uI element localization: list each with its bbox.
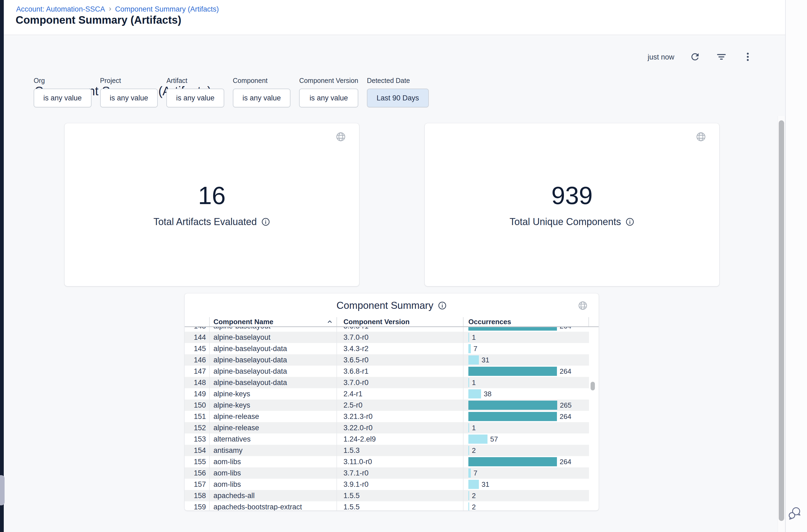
dashboard-scrollbar-thumb[interactable] [779, 120, 784, 521]
component-name-cell: alternatives [209, 434, 337, 445]
component-version-cell: 3.9.1-r0 [337, 479, 463, 490]
occurrence-value: 2 [472, 503, 476, 511]
component-version-column-header[interactable]: Component Version [337, 317, 463, 326]
filter-label: Detected Date [367, 77, 429, 84]
occurrences-column-header[interactable]: Occurrences [463, 317, 589, 326]
stat-label: Total Unique Components [510, 216, 621, 228]
component-version-cell: 1.5.5 [337, 490, 463, 501]
table-row[interactable]: 152alpine-release3.22.0-r01 [185, 422, 589, 434]
row-index: 154 [185, 445, 209, 456]
filter-bar: Org is any value Project is any value Ar… [34, 77, 429, 108]
occurrence-value: 265 [560, 401, 572, 410]
table-row[interactable]: 145alpine-baselayout-data3.4.3-r27 [185, 343, 589, 354]
table-row[interactable]: 159apacheds-bootstrap-extract1.5.52 [185, 501, 589, 511]
component-version-cell: 1.24-2.el9 [337, 434, 463, 445]
occurrence-value: 264 [560, 327, 571, 330]
table-scrollbar-thumb[interactable] [591, 382, 595, 391]
info-icon[interactable] [625, 217, 634, 226]
table-row[interactable]: 146alpine-baselayout-data3.6.5-r031 [185, 354, 589, 366]
info-icon[interactable] [261, 217, 270, 226]
occurrence-bar [468, 423, 469, 432]
occurrence-bar [468, 502, 469, 511]
component-name-column-header[interactable]: Component Name [209, 317, 337, 326]
filter-artifact-chip[interactable]: is any value [166, 89, 224, 108]
table-row[interactable]: 153alternatives1.24-2.el957 [185, 434, 589, 445]
stat-card-total-unique-components: 939 Total Unique Components [425, 123, 719, 286]
table-row[interactable]: 156aom-libs3.7.1-r07 [185, 468, 589, 479]
stat-value: 16 [198, 182, 226, 209]
occurrences-cell: 264 [463, 411, 589, 422]
app-root: Account: Automation-SSCA › Component Sum… [0, 0, 807, 532]
occurrences-cell: 2 [463, 490, 589, 501]
table-row[interactable]: 151alpine-release3.21.3-r0264 [185, 411, 589, 422]
occurrence-bar [468, 389, 481, 398]
stat-label: Total Artifacts Evaluated [153, 216, 257, 228]
table-rows: 144alpine-baselayout3.7.0-r01145alpine-b… [185, 332, 589, 511]
table-row[interactable]: 149alpine-keys2.4-r138 [185, 388, 589, 400]
occurrences-cell: 1 [463, 422, 589, 434]
table-row[interactable]: 158apacheds-all1.5.52 [185, 490, 589, 501]
filter-component-chip[interactable]: is any value [233, 89, 291, 108]
component-name-cell: alpine-baselayout-data [209, 354, 337, 366]
component-name-cell: apacheds-bootstrap-extract [209, 501, 337, 511]
table-row[interactable]: 148alpine-baselayout-data3.7.0-r01 [185, 377, 589, 388]
occurrences-cell: 2 [463, 445, 589, 456]
occurrences-cell: 31 [463, 354, 589, 366]
occurrences-cell: 38 [463, 388, 589, 400]
occurrence-value: 7 [474, 345, 477, 353]
occurrence-bar [468, 378, 469, 387]
table-row[interactable]: 150alpine-keys2.5-r0265 [185, 400, 589, 411]
occurrence-value: 57 [490, 435, 498, 443]
chat-bubbles-icon [787, 518, 803, 522]
row-index: 157 [185, 479, 209, 490]
component-name-cell: alpine-release [209, 422, 337, 434]
filter-project-chip[interactable]: is any value [100, 89, 158, 108]
row-index: 155 [185, 456, 209, 468]
component-version-cell: 3.21.3-r0 [337, 411, 463, 422]
table-body: 143alpine-baselayout3.6.8-r1264 144alpin… [185, 327, 589, 511]
filter-detected-date-chip[interactable]: Last 90 Days [367, 89, 429, 108]
table-row[interactable]: 143alpine-baselayout3.6.8-r1264 [185, 327, 589, 332]
table-header-row: Component Name Component Version Occurre… [185, 317, 599, 327]
table-row[interactable]: 155aom-libs3.11.0-r0264 [185, 456, 589, 468]
nav-drawer-handle[interactable] [0, 475, 4, 505]
occurrence-bar [468, 469, 471, 478]
table-row[interactable]: 154antisamy1.5.32 [185, 445, 589, 456]
info-icon[interactable] [438, 301, 447, 310]
panel-divider [785, 0, 786, 532]
table-row[interactable]: 144alpine-baselayout3.7.0-r01 [185, 332, 589, 343]
filter-org-chip[interactable]: is any value [34, 89, 92, 108]
refresh-button[interactable] [689, 52, 701, 63]
filter-label: Project [100, 77, 158, 84]
column-label: Component Version [344, 318, 410, 326]
table-row[interactable]: 147alpine-baselayout-data3.6.8-r1264 [185, 366, 589, 377]
occurrence-value: 1 [472, 424, 476, 432]
table-row[interactable]: 157aom-libs3.9.1-r031 [185, 479, 589, 490]
component-name-cell: apacheds-all [209, 490, 337, 501]
component-name-cell: alpine-baselayout-data [209, 343, 337, 354]
occurrences-cell: 57 [463, 434, 589, 445]
occurrences-cell: 2 [463, 501, 589, 511]
filter-button[interactable] [716, 52, 727, 63]
breadcrumb-page-link[interactable]: Component Summary (Artifacts) [115, 5, 219, 14]
component-name-cell: aom-libs [209, 468, 337, 479]
occurrences-cell: 1 [463, 377, 589, 388]
occurrence-value: 264 [560, 413, 571, 421]
occurrence-bar [468, 491, 469, 500]
chat-support-button[interactable] [786, 505, 804, 522]
row-index: 149 [185, 388, 209, 400]
component-version-cell: 3.11.0-r0 [337, 456, 463, 468]
occurrence-bar [468, 327, 557, 330]
globe-icon [335, 131, 346, 143]
kebab-menu-button[interactable] [742, 52, 753, 63]
filter-component-version-chip[interactable]: is any value [299, 89, 358, 108]
collapsed-nav-strip[interactable] [0, 0, 4, 532]
occurrences-cell: 264 [463, 327, 589, 332]
table-scrollbar[interactable] [589, 327, 596, 508]
occurrence-bar [468, 367, 557, 376]
row-index: 159 [185, 501, 209, 511]
component-version-cell: 2.5-r0 [337, 400, 463, 411]
component-name-cell: alpine-keys [209, 388, 337, 400]
component-name-cell: alpine-release [209, 411, 337, 422]
breadcrumb-account-link[interactable]: Account: Automation-SSCA [16, 5, 105, 14]
